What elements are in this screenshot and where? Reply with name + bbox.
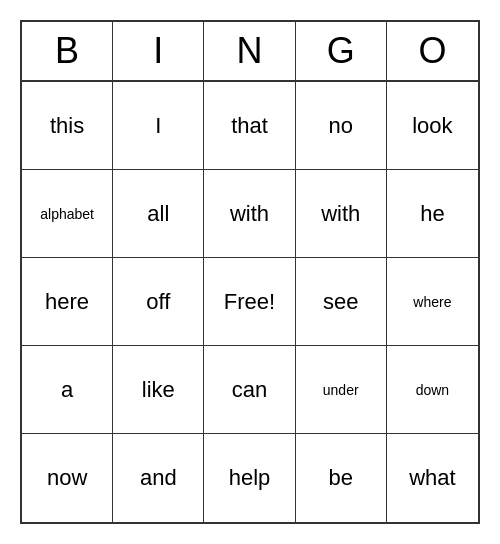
bingo-cell-r3-c2[interactable]: can xyxy=(204,346,295,434)
bingo-cell-r4-c3[interactable]: be xyxy=(296,434,387,522)
header-letter-n: N xyxy=(204,22,295,80)
bingo-cell-r1-c4[interactable]: he xyxy=(387,170,478,258)
bingo-cell-r4-c1[interactable]: and xyxy=(113,434,204,522)
header-letter-i: I xyxy=(113,22,204,80)
bingo-cell-r1-c0[interactable]: alphabet xyxy=(22,170,113,258)
bingo-cell-r2-c0[interactable]: here xyxy=(22,258,113,346)
bingo-cell-r0-c3[interactable]: no xyxy=(296,82,387,170)
header-letter-g: G xyxy=(296,22,387,80)
bingo-cell-r1-c2[interactable]: with xyxy=(204,170,295,258)
bingo-cell-r2-c4[interactable]: where xyxy=(387,258,478,346)
bingo-cell-r0-c0[interactable]: this xyxy=(22,82,113,170)
bingo-cell-r4-c0[interactable]: now xyxy=(22,434,113,522)
bingo-card: BINGO thisIthatnolookalphabetallwithwith… xyxy=(20,20,480,524)
bingo-cell-r2-c2[interactable]: Free! xyxy=(204,258,295,346)
bingo-cell-r0-c2[interactable]: that xyxy=(204,82,295,170)
bingo-cell-r3-c1[interactable]: like xyxy=(113,346,204,434)
header-letter-b: B xyxy=(22,22,113,80)
bingo-cell-r3-c3[interactable]: under xyxy=(296,346,387,434)
bingo-cell-r2-c1[interactable]: off xyxy=(113,258,204,346)
bingo-cell-r2-c3[interactable]: see xyxy=(296,258,387,346)
bingo-cell-r3-c4[interactable]: down xyxy=(387,346,478,434)
bingo-cell-r0-c4[interactable]: look xyxy=(387,82,478,170)
bingo-cell-r4-c2[interactable]: help xyxy=(204,434,295,522)
bingo-cell-r3-c0[interactable]: a xyxy=(22,346,113,434)
bingo-cell-r1-c1[interactable]: all xyxy=(113,170,204,258)
bingo-cell-r1-c3[interactable]: with xyxy=(296,170,387,258)
bingo-grid: thisIthatnolookalphabetallwithwithhehere… xyxy=(22,82,478,522)
bingo-cell-r4-c4[interactable]: what xyxy=(387,434,478,522)
bingo-header: BINGO xyxy=(22,22,478,82)
header-letter-o: O xyxy=(387,22,478,80)
bingo-cell-r0-c1[interactable]: I xyxy=(113,82,204,170)
